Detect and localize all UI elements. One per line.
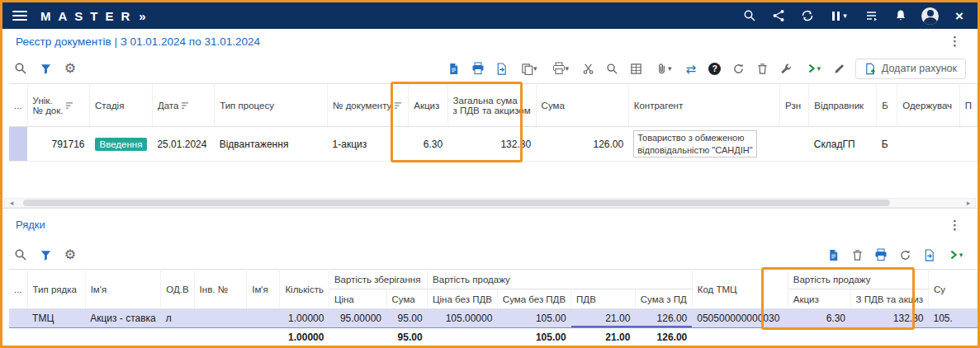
col-excise[interactable]: Акциз xyxy=(788,289,850,309)
export-document-icon[interactable] xyxy=(494,60,510,77)
cell-with-vat-excise[interactable]: 132.30 xyxy=(850,309,929,328)
account-icon[interactable] xyxy=(921,7,939,25)
row-select-strip[interactable] xyxy=(9,127,27,162)
cell-inv-no[interactable] xyxy=(194,309,247,328)
print-preview-icon[interactable]: ▾ xyxy=(548,60,573,77)
new-document-icon[interactable] xyxy=(446,60,462,77)
cell-sum-no-vat[interactable]: 105.00 xyxy=(497,309,570,328)
cell-unique-doc[interactable]: 791716 xyxy=(27,127,89,162)
cell-rzn[interactable] xyxy=(779,127,808,162)
help-icon[interactable]: ? xyxy=(707,60,723,77)
zoom-search-icon[interactable] xyxy=(604,60,621,77)
col-p[interactable]: П xyxy=(959,84,977,127)
cell-b[interactable]: Б xyxy=(877,127,897,162)
search-icon[interactable] xyxy=(12,247,29,263)
col-sum-with-vat[interactable]: Сума з ПД xyxy=(635,289,692,309)
copy-icon[interactable]: ▾ xyxy=(518,60,541,77)
cell-vat[interactable]: 21.00 xyxy=(571,309,636,328)
filter-icon[interactable] xyxy=(37,247,54,263)
col-process-type[interactable]: Тип процесу xyxy=(215,84,328,127)
col-stage[interactable]: Стадія xyxy=(90,84,153,127)
search-icon[interactable] xyxy=(12,60,29,77)
cell-row-type[interactable]: ТМЦ xyxy=(27,309,85,328)
col-price-no-vat[interactable]: Ціна без ПДВ xyxy=(428,289,498,309)
col-storage-sum[interactable]: Сума xyxy=(386,289,428,309)
col-date[interactable]: Дата xyxy=(152,84,214,127)
cell-receiver[interactable] xyxy=(897,127,959,162)
rows-more-menu-icon[interactable]: ⋮ xyxy=(945,218,964,233)
cell-qty[interactable]: 1.00000 xyxy=(280,309,329,328)
col-rzn[interactable]: Рзн xyxy=(779,84,808,127)
col-with-vat-excise[interactable]: З ПДВ та акциз xyxy=(850,289,929,309)
cell-total-with-vat-excise[interactable]: 132.30 xyxy=(447,127,536,162)
col-storage-price[interactable]: Ціна xyxy=(329,289,386,309)
col-b[interactable]: Б xyxy=(877,84,897,127)
col-unit[interactable]: ОД.В xyxy=(161,270,194,309)
cell-name[interactable]: Акциз - ставка xyxy=(85,309,161,328)
sync-icon[interactable] xyxy=(799,7,816,24)
table-calc-icon[interactable] xyxy=(628,60,645,77)
cell-tmc-code[interactable]: 050500000000030 xyxy=(692,309,788,328)
col-total-with-vat-excise[interactable]: Загальна сума з ПДВ та акцизом xyxy=(447,84,536,127)
row-select-strip[interactable] xyxy=(9,309,27,328)
col-unique-doc[interactable]: Унік.№ док. xyxy=(27,84,89,127)
col-counterparty[interactable]: Контрагент xyxy=(628,84,779,127)
refresh-icon[interactable] xyxy=(897,247,913,263)
cell-sender[interactable]: СкладГП xyxy=(809,127,877,162)
settings-gear-icon[interactable]: ⚙ xyxy=(62,60,78,77)
cell-process-type[interactable]: Відвантаження xyxy=(215,127,328,162)
col-name2[interactable]: Ім'я xyxy=(247,270,280,309)
close-icon[interactable]: × xyxy=(951,7,968,24)
scroll-left-icon[interactable]: ◂ xyxy=(5,198,18,208)
print-icon[interactable] xyxy=(873,247,889,263)
print-icon[interactable] xyxy=(470,60,486,77)
col-row-type[interactable]: Тип рядка xyxy=(27,270,85,309)
filter-icon[interactable] xyxy=(37,60,54,77)
cell-counterparty[interactable]: Товариство з обмеженою відповідальністю … xyxy=(628,127,779,162)
col-excise[interactable]: Акциз xyxy=(409,84,447,127)
cell-unit[interactable]: л xyxy=(161,309,194,328)
compare-arrows-icon[interactable]: ⇄ xyxy=(683,60,699,77)
col-tmc-code[interactable]: Код ТМЦ xyxy=(692,270,788,309)
col-inv-no[interactable]: Інв. № xyxy=(194,270,247,309)
queue-icon[interactable] xyxy=(864,7,880,24)
registry-more-menu-icon[interactable]: ⋮ xyxy=(945,34,964,49)
cell-last-sum[interactable]: 105. xyxy=(929,309,978,328)
col-last-sum[interactable]: Су xyxy=(929,270,978,309)
refresh-icon[interactable] xyxy=(731,60,747,77)
cut-scissors-icon[interactable] xyxy=(580,60,597,77)
col-sum[interactable]: Сума xyxy=(536,84,628,127)
col-qty[interactable]: Кількість xyxy=(280,270,329,309)
new-document-icon[interactable] xyxy=(825,247,841,263)
cell-name2[interactable] xyxy=(247,309,280,328)
registry-row[interactable]: 791716 Введення 25.01.2024 Відвантаження… xyxy=(9,127,978,162)
scrollbar-thumb[interactable] xyxy=(23,200,890,206)
rows-panel-title[interactable]: Рядки xyxy=(16,219,45,231)
col-name[interactable]: Ім'я xyxy=(85,270,161,309)
rows-data-row[interactable]: ТМЦ Акциз - ставка л 1.00000 95.00000 95… xyxy=(9,309,978,328)
cell-stage[interactable]: Введення xyxy=(90,127,153,162)
run-icon[interactable]: ▾ xyxy=(802,60,824,77)
run-icon[interactable]: ▾ xyxy=(944,247,966,263)
horizontal-scrollbar[interactable]: ◂ ▸ xyxy=(4,198,976,208)
edit-pencil-icon[interactable] xyxy=(831,60,848,77)
cell-excise[interactable]: 6.30 xyxy=(409,127,447,162)
cell-price-no-vat[interactable]: 105.00000 xyxy=(428,309,498,328)
notifications-bell-icon[interactable] xyxy=(892,7,909,24)
delete-trash-icon[interactable] xyxy=(849,247,865,263)
share-icon[interactable] xyxy=(770,7,787,24)
col-receiver[interactable]: Одержувач xyxy=(897,84,959,127)
delete-trash-icon[interactable] xyxy=(755,60,771,77)
col-sender[interactable]: Відправник xyxy=(809,84,877,127)
cell-sum[interactable]: 126.00 xyxy=(536,127,628,162)
tools-wrench-icon[interactable] xyxy=(779,60,795,77)
export-document-icon[interactable] xyxy=(921,247,937,263)
col-doc-number[interactable]: № документу xyxy=(328,84,409,127)
cell-p[interactable] xyxy=(959,127,977,162)
pause-icon[interactable]: ▾ xyxy=(828,7,851,24)
cell-excise[interactable]: 6.30 xyxy=(788,309,850,328)
scroll-right-icon[interactable]: ▸ xyxy=(962,198,975,208)
col-vat[interactable]: ПДВ xyxy=(571,289,636,309)
add-invoice-button[interactable]: Додати рахунок xyxy=(855,59,966,79)
cell-sum-with-vat[interactable]: 126.00 xyxy=(635,309,692,328)
